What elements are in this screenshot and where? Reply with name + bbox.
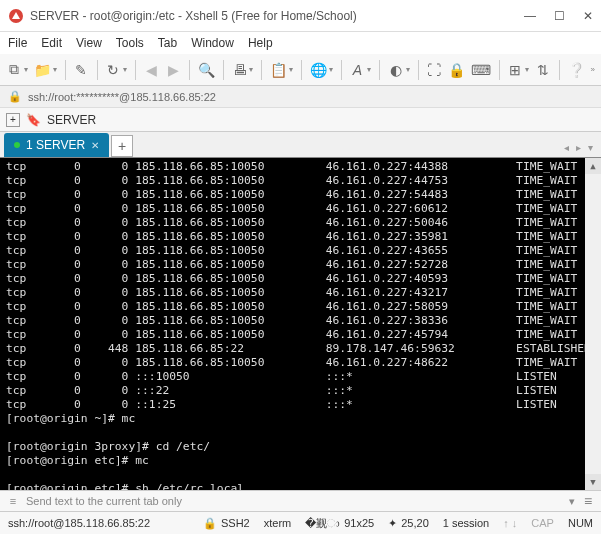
font-icon[interactable]: A bbox=[350, 60, 366, 80]
menu-help[interactable]: Help bbox=[248, 36, 273, 50]
status-sess: 1 session bbox=[443, 517, 489, 529]
lock-icon: 🔒 bbox=[8, 90, 22, 103]
tab-server[interactable]: 1 SERVER ✕ bbox=[4, 133, 109, 157]
close-tab-icon[interactable]: ✕ bbox=[91, 140, 99, 151]
help-icon[interactable]: ❔ bbox=[568, 60, 585, 80]
compose-menu-icon[interactable]: ≡ bbox=[579, 493, 597, 509]
new-session-icon[interactable]: ⧉ bbox=[6, 60, 22, 80]
tab-bar: 1 SERVER ✕ + ◂ ▸ ▾ bbox=[0, 132, 601, 158]
window-title: SERVER - root@origin:/etc - Xshell 5 (Fr… bbox=[30, 9, 524, 23]
menubar: File Edit View Tools Tab Window Help bbox=[0, 32, 601, 54]
forward-icon[interactable]: ▶ bbox=[166, 60, 182, 80]
status-size: �觐ා 91x25 bbox=[305, 516, 374, 531]
status-num: NUM bbox=[568, 517, 593, 529]
address-bar[interactable]: 🔒 ssh://root:**********@185.118.66.85:22 bbox=[0, 86, 601, 108]
globe-icon[interactable]: 🌐 bbox=[310, 60, 327, 80]
minimize-button[interactable]: — bbox=[524, 9, 536, 23]
compose-target-dropdown[interactable]: ▾ bbox=[565, 495, 579, 508]
maximize-button[interactable]: ☐ bbox=[554, 9, 565, 23]
tab-label: 1 SERVER bbox=[26, 138, 85, 152]
status-conn: ssh://root@185.118.66.85:22 bbox=[8, 517, 150, 529]
address-text: ssh://root:**********@185.118.66.85:22 bbox=[28, 91, 216, 103]
reconnect-icon[interactable]: ↻ bbox=[106, 60, 122, 80]
compose-bar: ≡ Send text to the current tab only ▾ ≡ bbox=[0, 490, 601, 512]
status-ssh: 🔒 SSH2 bbox=[203, 517, 250, 530]
status-cap: CAP bbox=[531, 517, 554, 529]
menu-edit[interactable]: Edit bbox=[41, 36, 62, 50]
color-icon[interactable]: ◐ bbox=[388, 60, 404, 80]
compose-input[interactable]: Send text to the current tab only bbox=[22, 495, 565, 507]
menu-tab[interactable]: Tab bbox=[158, 36, 177, 50]
scrollbar[interactable]: ▲▼ bbox=[585, 158, 601, 490]
status-bar: ssh://root@185.118.66.85:22 🔒 SSH2 xterm… bbox=[0, 512, 601, 534]
transfer-icon[interactable]: ⇅ bbox=[535, 60, 551, 80]
menu-view[interactable]: View bbox=[76, 36, 102, 50]
close-button[interactable]: ✕ bbox=[583, 9, 593, 23]
wand-icon[interactable]: ✎ bbox=[73, 60, 89, 80]
copy-icon[interactable]: 📋 bbox=[270, 60, 287, 80]
session-bar: + 🔖 SERVER bbox=[0, 108, 601, 132]
menu-file[interactable]: File bbox=[8, 36, 27, 50]
search-icon[interactable]: 🔍 bbox=[198, 60, 215, 80]
toolbar: ⧉▾ 📁▾ ✎ ↻▾ ◀ ▶ 🔍 🖶▾ 📋▾ 🌐▾ A▾ ◐▾ ⛶ 🔒 ⌨ ⊞▾… bbox=[0, 54, 601, 86]
keyboard-icon[interactable]: ⌨ bbox=[471, 60, 491, 80]
status-arrows: ↑ ↓ bbox=[503, 517, 517, 529]
back-icon[interactable]: ◀ bbox=[144, 60, 160, 80]
tab-scroll-arrows[interactable]: ◂ ▸ ▾ bbox=[564, 142, 595, 153]
status-term: xterm bbox=[264, 517, 292, 529]
scroll-up-icon[interactable]: ▲ bbox=[585, 158, 601, 174]
fullscreen-icon[interactable]: ⛶ bbox=[426, 60, 442, 80]
print-icon[interactable]: 🖶 bbox=[232, 60, 248, 80]
menu-window[interactable]: Window bbox=[191, 36, 234, 50]
compose-toggle-icon[interactable]: ≡ bbox=[4, 495, 22, 507]
scroll-down-icon[interactable]: ▼ bbox=[585, 474, 601, 490]
lock-toolbar-icon[interactable]: 🔒 bbox=[448, 60, 465, 80]
open-icon[interactable]: 📁 bbox=[34, 60, 51, 80]
status-dot-icon bbox=[14, 142, 20, 148]
bookmark-icon[interactable]: 🔖 bbox=[26, 113, 41, 127]
menu-tools[interactable]: Tools bbox=[116, 36, 144, 50]
new-tab-button[interactable]: + bbox=[111, 135, 133, 157]
session-label[interactable]: SERVER bbox=[47, 113, 96, 127]
add-session-button[interactable]: + bbox=[6, 113, 20, 127]
app-icon bbox=[8, 8, 24, 24]
status-pos: ✦ 25,20 bbox=[388, 517, 429, 530]
terminal[interactable]: tcp 0 0 185.118.66.85:10050 46.161.0.227… bbox=[0, 158, 601, 490]
add-tool-icon[interactable]: ⊞ bbox=[508, 60, 524, 80]
